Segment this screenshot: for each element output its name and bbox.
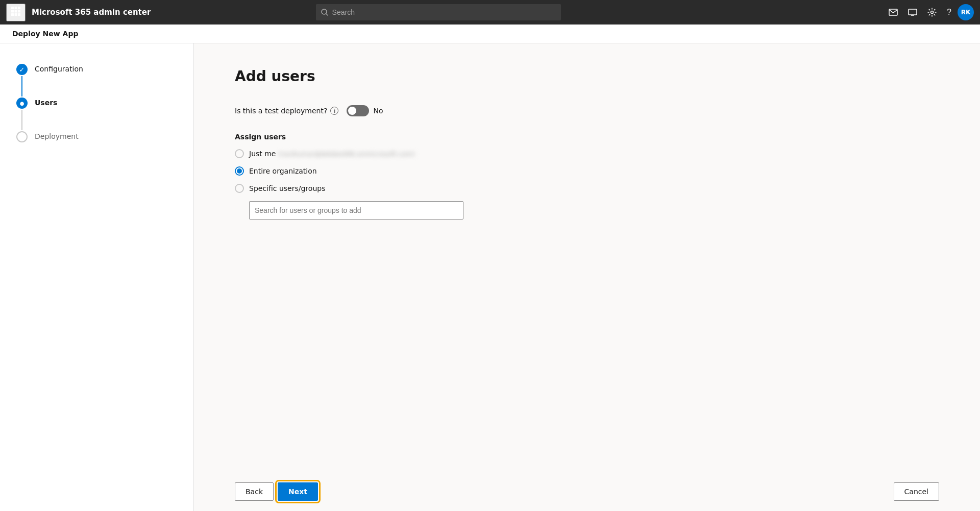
topbar: Microsoft 365 admin center [0,0,980,25]
assign-users-label: Assign users [235,133,939,141]
step1-label: Configuration [35,64,83,73]
svg-rect-0 [11,7,14,9]
radio-just-me[interactable]: Just me (ravikumar@Adobe496.onmicrosoft.… [235,149,939,158]
main-content: Add users Is this a test deployment? i N… [194,43,980,511]
step3-indicator [16,131,28,142]
app-title: Microsoft 365 admin center [32,8,151,17]
svg-line-10 [326,14,328,15]
search-input[interactable] [332,8,556,16]
svg-rect-7 [15,13,17,16]
svg-rect-3 [11,10,14,12]
page-header: Deploy New App [0,25,980,43]
step3-label: Deployment [35,131,79,140]
svg-point-15 [931,11,934,14]
wizard-step-users: ● Users [16,98,177,131]
step2-dot: ● [20,101,24,106]
test-deployment-text: Is this a test deployment? [235,107,327,115]
page-header-title: Deploy New App [12,30,78,38]
just-me-text: Just me [249,150,276,158]
step2-indicator: ● [16,98,28,131]
wizard-sidebar: ✓ Configuration ● Users [0,43,194,511]
test-deployment-label: Is this a test deployment? i [235,107,338,115]
radio-circle-just-me [235,149,244,158]
radio-label-entire-org: Entire organization [249,167,317,175]
radio-specific-users[interactable]: Specific users/groups [235,184,939,193]
wizard-step-deployment: Deployment [16,131,177,142]
device-icon-button[interactable] [904,5,921,20]
step1-line [21,76,22,96]
topbar-actions: ? RK [885,4,974,20]
radio-label-just-me: Just me (ravikumar@Adobe496.onmicrosoft.… [249,150,415,158]
step3-circle [16,131,28,142]
svg-rect-4 [15,10,17,12]
radio-entire-org[interactable]: Entire organization [235,166,939,176]
radio-label-specific: Specific users/groups [249,184,325,192]
svg-rect-12 [909,9,917,15]
cancel-button[interactable]: Cancel [894,482,939,501]
toggle-wrapper: No [347,105,383,116]
step1-indicator: ✓ [16,64,28,98]
radio-circle-specific [235,184,244,193]
test-deployment-row: Is this a test deployment? i No [235,105,939,116]
back-button[interactable]: Back [235,482,274,501]
info-icon[interactable]: i [330,107,338,115]
waffle-menu-button[interactable] [6,4,26,21]
global-search [316,4,561,20]
toggle-text: No [373,107,383,115]
step2-circle: ● [16,98,28,109]
search-users-input[interactable] [249,201,463,220]
search-users-wrapper [249,201,939,220]
main-wrapper: Deploy New App ✓ Configuration ● [0,25,980,511]
svg-rect-6 [11,13,14,16]
step2-label: Users [35,98,57,107]
step2-line [21,110,22,130]
wizard-step-configuration: ✓ Configuration [16,64,177,98]
svg-rect-1 [15,7,17,9]
avatar[interactable]: RK [958,4,974,20]
content-area: ✓ Configuration ● Users [0,43,980,511]
user-email-blur: (ravikumar@Adobe496.onmicrosoft.com) [278,150,415,158]
step1-circle: ✓ [16,64,28,75]
page-title: Add users [235,68,939,85]
checkmark-icon: ✓ [19,66,25,74]
settings-icon-button[interactable] [923,5,941,20]
svg-rect-2 [18,7,20,9]
next-button[interactable]: Next [278,482,318,501]
radio-circle-entire-org [235,166,244,176]
test-deployment-toggle[interactable] [347,105,369,116]
svg-rect-8 [18,13,20,16]
assign-users-section: Assign users Just me (ravikumar@Adobe496… [235,133,939,220]
mail-icon-button[interactable] [885,5,902,20]
search-icon [321,9,328,16]
svg-rect-11 [889,9,897,15]
help-icon-button[interactable]: ? [943,5,955,20]
bottom-bar: Back Next Cancel [194,472,980,511]
svg-rect-5 [18,10,20,12]
toggle-thumb [348,107,356,115]
